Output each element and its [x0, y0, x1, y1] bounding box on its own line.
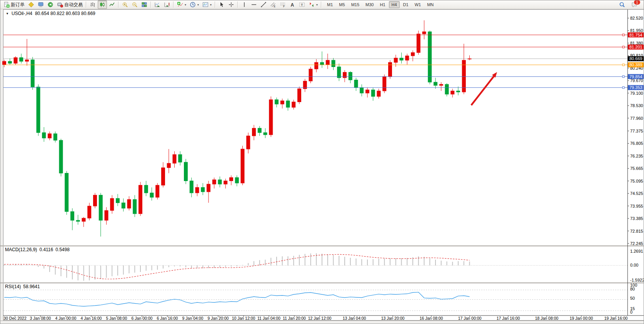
zoom-in-button[interactable]	[120, 0, 130, 9]
time-axis-label: 13 Jan 20:00	[381, 316, 405, 321]
chart-title: ▼ USOil-,H4 80.654 80.822 80.603 80.669	[6, 11, 95, 16]
svg-text:0: 0	[630, 310, 632, 314]
time-axis-label: 16 Jan 08:00	[420, 316, 443, 321]
symbol-dropdown-icon[interactable]: ▼	[6, 12, 9, 15]
cursor-icon	[219, 2, 225, 8]
time-axis-label: 19 Jan 16:00	[604, 316, 628, 321]
time-axis-label: 4 Jan 16:00	[81, 316, 102, 321]
metaeditor-button[interactable]	[27, 0, 36, 9]
timeframe-button-m30[interactable]: M30	[363, 1, 376, 8]
timeframe-button-m1[interactable]: M1	[324, 1, 335, 8]
signals-button[interactable]	[46, 0, 55, 9]
shift-icon	[164, 2, 170, 8]
notification-badge: 1	[634, 0, 641, 5]
time-axis-label: 3 Jan 08:00	[30, 316, 51, 321]
panel-separator[interactable]	[0, 282, 644, 284]
panel-separator[interactable]	[0, 245, 644, 247]
bar-chart-button[interactable]	[88, 0, 97, 9]
trendline-button[interactable]	[259, 0, 268, 9]
timeframe-button-w1[interactable]: W1	[412, 1, 424, 8]
toolbar-separator	[173, 2, 174, 8]
svg-text:-1.5922: -1.5922	[630, 278, 644, 282]
macd-indicator-label: MACD(12,26,9) 0.4116 0.5498	[5, 247, 70, 252]
svg-text:78.530: 78.530	[630, 103, 643, 108]
chart-shift-button[interactable]	[162, 0, 172, 9]
timeframe-button-m15[interactable]: M15	[349, 1, 362, 8]
svg-text:77.960: 77.960	[630, 116, 643, 121]
cursor-button[interactable]	[217, 0, 226, 9]
svg-text:80: 80	[630, 287, 635, 291]
fibo-icon: F	[280, 2, 286, 8]
label-icon: T	[299, 2, 305, 8]
toolbar-right-icons: 1	[617, 0, 642, 9]
symbol-period-label: USOil-,H4	[12, 11, 32, 16]
svg-text:72.245: 72.245	[630, 241, 643, 246]
terminal-icon	[38, 2, 44, 8]
candles-icon	[99, 2, 105, 8]
zoom-out-button[interactable]	[130, 0, 139, 9]
search-icon	[619, 2, 625, 8]
svg-text:79.353: 79.353	[629, 85, 642, 90]
arrows-button[interactable]: ▾	[307, 0, 319, 9]
templates-button[interactable]: ▾	[201, 0, 213, 9]
svg-text:79.100: 79.100	[630, 91, 643, 96]
timeframe-button-h4[interactable]: H4	[389, 1, 400, 8]
new-order-button[interactable]: 新订单	[2, 0, 26, 9]
timeframe-switcher: M1M5M15M30H1H4D1W1MN	[324, 1, 437, 8]
rsi-value: 58.9641	[23, 284, 40, 289]
time-axis-label: 12 Jan 12:00	[308, 316, 332, 321]
fibonacci-button[interactable]: F	[278, 0, 287, 9]
svg-text:81.201: 81.201	[629, 45, 642, 49]
timeframe-button-h1[interactable]: H1	[377, 1, 388, 8]
line-chart-button[interactable]	[107, 0, 117, 9]
svg-text:0.00: 0.00	[630, 263, 638, 267]
crosshair-button[interactable]	[227, 0, 236, 9]
svg-text:79.854: 79.854	[629, 74, 642, 79]
timeframe-button-mn[interactable]: MN	[424, 1, 436, 8]
text-button[interactable]: A	[288, 0, 297, 9]
timeframe-button-m5[interactable]: M5	[336, 1, 347, 8]
chart-canvas[interactable]: 82.52081.95081.38080.81080.24079.67079.1…	[0, 9, 644, 324]
macd-main-value: 0.4116	[39, 247, 53, 252]
time-axis-label: 10 Jan 12:00	[232, 316, 255, 321]
dropdown-caret-icon[interactable]: ▾	[197, 3, 199, 7]
indicators-button[interactable]: ▾	[175, 0, 188, 9]
horizontal-line-button[interactable]	[249, 0, 259, 9]
dropdown-caret-icon[interactable]: ▾	[185, 3, 186, 7]
svg-text:82.520: 82.520	[630, 16, 643, 20]
metaeditor-icon	[28, 2, 34, 8]
text-label-button[interactable]: T	[297, 0, 307, 9]
autotrading-icon	[57, 2, 63, 8]
svg-text:80.389: 80.389	[629, 62, 642, 67]
auto-scroll-button[interactable]	[153, 0, 162, 9]
mt4-window: 新订单自动交易▾▾▾EFAT▾M1M5M15M30H1H4D1W1MN1 ▼ U…	[0, 0, 644, 324]
svg-text:75.665: 75.665	[630, 166, 643, 171]
svg-text:77.375: 77.375	[630, 129, 643, 133]
equidistant-channel-button[interactable]: E	[269, 0, 278, 9]
svg-text:E: E	[274, 5, 276, 8]
dropdown-caret-icon[interactable]: ▾	[210, 3, 212, 7]
terminal-button[interactable]	[36, 0, 45, 9]
autotrading-button[interactable]: 自动交易	[55, 0, 84, 9]
notifications-button[interactable]: 1	[630, 0, 639, 9]
svg-text:73.385: 73.385	[630, 216, 643, 221]
time-axis-label: 6 Jan 00:00	[132, 316, 153, 321]
periods-button[interactable]: ▾	[188, 0, 200, 9]
vline-icon	[241, 2, 247, 8]
time-axis-label: 17 Jan 16:00	[497, 316, 520, 321]
linechart-icon	[109, 2, 115, 8]
tile-windows-button[interactable]	[140, 0, 149, 9]
rsi-indicator-label: RSI(14) 58.9641	[5, 284, 40, 289]
hline-icon	[251, 2, 257, 8]
dropdown-caret-icon[interactable]: ▾	[316, 3, 318, 7]
vertical-line-button[interactable]	[240, 0, 249, 9]
time-axis-label: 13 Jan 04:00	[343, 316, 366, 321]
signals-icon	[47, 2, 53, 8]
svg-text:75.095: 75.095	[630, 179, 643, 183]
timeframe-button-d1[interactable]: D1	[400, 1, 411, 8]
toolbar-separator	[118, 2, 119, 8]
search-button[interactable]	[617, 0, 627, 9]
time-axis-label: 9 Jan 20:00	[208, 316, 229, 321]
candlestick-chart-button[interactable]	[98, 0, 107, 9]
zoom-in-icon	[122, 2, 128, 8]
